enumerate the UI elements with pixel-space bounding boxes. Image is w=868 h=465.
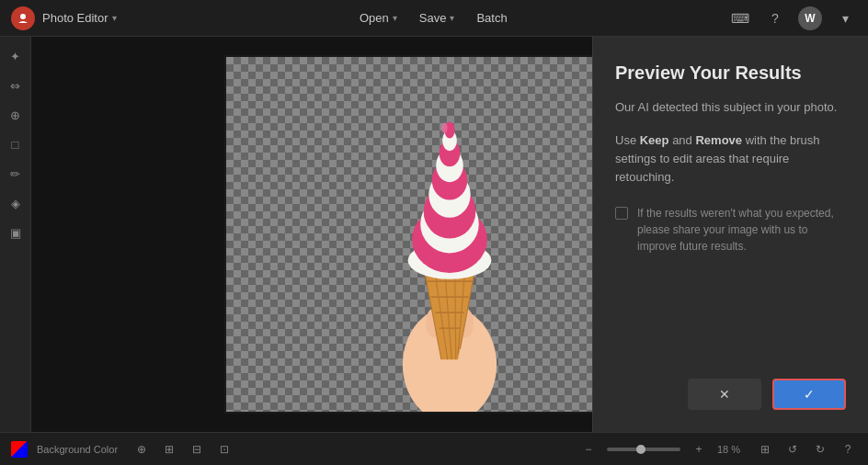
tool-shape[interactable]: □	[4, 132, 28, 156]
save-chevron-icon: ▾	[450, 13, 454, 23]
help-bottom-icon[interactable]: ?	[839, 440, 857, 459]
app-title: Photo Editor	[42, 11, 108, 25]
grid-icon[interactable]: ⊞	[160, 440, 178, 459]
app-logo	[11, 6, 35, 30]
tool-crop[interactable]: ⊕	[4, 103, 28, 127]
zoom-out-icon[interactable]: −	[579, 440, 598, 459]
zoom-value: 18 %	[717, 444, 747, 455]
bottom-toolbar: Background Color ⊕ ⊞ ⊟ ⊡ − + 18 % ⊞ ↺ ↻ …	[0, 432, 868, 465]
user-menu-button[interactable]: ▾	[833, 6, 857, 30]
app-title-chevron: ▾	[112, 13, 117, 23]
nav-save[interactable]: Save ▾	[419, 11, 455, 25]
bg-color-label: Background Color	[37, 444, 118, 455]
zoom-in-icon[interactable]: +	[690, 440, 708, 459]
topbar-right: ⌨ ? W ▾	[728, 6, 857, 30]
zoom-slider[interactable]	[607, 448, 680, 451]
modal-buttons: ✕ ✓	[615, 379, 846, 410]
export-icon[interactable]: ⊟	[188, 440, 206, 459]
user-avatar[interactable]: W	[798, 6, 822, 30]
share-image-label: If the results weren't what you expected…	[637, 205, 846, 255]
open-chevron-icon: ▾	[393, 13, 397, 23]
modal-title: Preview Your Results	[615, 62, 846, 84]
help-button[interactable]: ?	[763, 6, 787, 30]
modal-description-1: Our AI detected this subject in your pho…	[615, 98, 846, 117]
zoom-slider-thumb	[636, 445, 645, 454]
share-image-checkbox[interactable]	[615, 207, 628, 220]
confirm-button[interactable]: ✓	[772, 379, 846, 410]
svg-point-27	[441, 123, 448, 133]
tool-move[interactable]: ⇔	[4, 74, 28, 97]
nav-open[interactable]: Open ▾	[360, 11, 397, 25]
canvas-area: Preview Your Results Our AI detected thi…	[31, 37, 868, 432]
topbar: Photo Editor ▾ Open ▾ Save ▾ Batch ⌨ ? W…	[0, 0, 868, 37]
share-image-row: If the results weren't what you expected…	[615, 205, 846, 255]
nav-batch[interactable]: Batch	[476, 11, 507, 25]
svg-point-0	[20, 14, 26, 19]
fit-icon[interactable]: ⊞	[756, 440, 774, 459]
tool-mask[interactable]: ▣	[4, 221, 28, 244]
topbar-nav: Open ▾ Save ▾ Batch	[139, 11, 728, 25]
tool-layers[interactable]: ◈	[4, 191, 28, 215]
resize-icon[interactable]: ⊡	[215, 440, 234, 459]
cancel-button[interactable]: ✕	[688, 379, 761, 410]
tool-select[interactable]: ✦	[4, 44, 28, 68]
modal-panel: Preview Your Results Our AI detected thi…	[592, 37, 868, 432]
left-sidebar: ✦ ⇔ ⊕ □ ✏ ◈ ▣	[0, 37, 31, 432]
modal-description-2: Use Keep and Remove with the brush setti…	[615, 131, 846, 187]
bg-color-swatch[interactable]	[11, 441, 28, 458]
redo-icon[interactable]: ↻	[811, 440, 829, 459]
layers-icon[interactable]: ⊕	[132, 440, 151, 459]
tool-brush[interactable]: ✏	[4, 162, 28, 186]
undo-icon[interactable]: ↺	[783, 440, 802, 459]
remove-label: Remove	[695, 133, 742, 147]
keyboard-shortcuts-button[interactable]: ⌨	[728, 6, 752, 30]
main-layout: ✦ ⇔ ⊕ □ ✏ ◈ ▣	[0, 37, 868, 432]
keep-label: Keep	[640, 133, 669, 147]
